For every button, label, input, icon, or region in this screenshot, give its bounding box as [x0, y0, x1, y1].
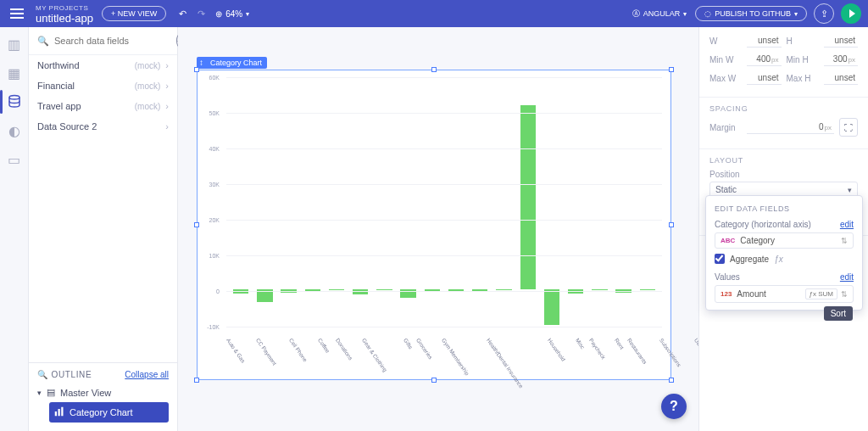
datasource-item[interactable]: Financial(mock)› — [29, 76, 177, 96]
chart-yaxis: 60K50K40K30K20K10K0-10K — [198, 77, 223, 332]
ytick: 50K — [209, 109, 220, 115]
fx-icon: ƒx — [774, 255, 783, 264]
datasource-name: Northwind — [37, 60, 80, 70]
resize-handle[interactable] — [431, 67, 437, 72]
chevron-right-icon: › — [165, 121, 169, 132]
share-icon[interactable]: ⇪ — [814, 3, 834, 24]
sort-icon[interactable]: ⇅ — [841, 237, 848, 245]
datasource-name: Travel app — [37, 101, 81, 111]
datasource-item[interactable]: Travel app(mock)› — [29, 96, 177, 116]
undo-icon[interactable]: ↶ — [173, 4, 192, 23]
assets-icon[interactable]: ▭ — [6, 151, 23, 168]
preview-play-button[interactable] — [841, 3, 861, 24]
bar-slot — [565, 77, 587, 332]
apps-icon[interactable]: ▦ — [6, 64, 23, 81]
minh-input[interactable]: 300 — [824, 53, 859, 66]
publish-label: PUBLISH TO GITHUB — [715, 9, 791, 18]
resize-handle[interactable] — [669, 378, 674, 383]
bar-slot — [613, 77, 635, 332]
edit-values-link[interactable]: edit — [840, 272, 854, 282]
help-button[interactable]: ? — [661, 394, 687, 419]
position-value: Static — [715, 185, 737, 194]
numeric-type-icon: 123 — [721, 290, 732, 298]
maxh-input[interactable]: unset — [824, 71, 859, 85]
resize-handle[interactable] — [194, 67, 199, 72]
bar-slot — [373, 77, 395, 332]
position-label: Position — [709, 170, 858, 179]
tree-master-view[interactable]: ▾ ▤ Master View — [37, 384, 169, 400]
chevron-down-icon: ▾ — [848, 186, 852, 194]
resize-handle[interactable] — [194, 378, 199, 383]
resize-handle[interactable] — [669, 67, 674, 72]
project-title-block[interactable]: MY PROJECTS untitled-app — [36, 3, 93, 24]
ytick: 30K — [209, 181, 220, 187]
edit-category-link[interactable]: edit — [840, 220, 854, 229]
selection-tag[interactable]: Category Chart — [197, 57, 267, 69]
datasource-item[interactable]: Northwind(mock)› — [29, 55, 177, 76]
edit-data-fields-popover: EDIT DATA FIELDS Category (horizontal ax… — [705, 195, 863, 311]
tree-category-chart[interactable]: Category Chart — [49, 402, 169, 423]
bar-slot — [302, 77, 324, 332]
framework-select[interactable]: Ⓐ ANGULAR ▾ — [624, 6, 696, 22]
w-input[interactable]: unset — [747, 34, 782, 48]
datasource-name: Data Source 2 — [37, 121, 97, 132]
tree-label: Category Chart — [70, 407, 133, 417]
zoom-value: 64% — [225, 9, 242, 19]
view-icon: ▤ — [47, 387, 55, 398]
chevron-down-icon: ▾ — [794, 10, 798, 18]
minh-label: Min H — [787, 55, 819, 64]
collapse-all-link[interactable]: Collapse all — [125, 370, 169, 379]
category-field-chip[interactable]: ABC Category ⇅ — [715, 232, 854, 249]
projects-label: MY PROJECTS — [36, 3, 93, 14]
publish-github-button[interactable]: ◌ PUBLISH TO GITHUB ▾ — [695, 6, 807, 21]
layout-title: LAYOUT — [709, 156, 858, 165]
bar-slot — [445, 77, 467, 332]
chevron-right-icon: › — [165, 101, 169, 111]
spacing-section: SPACING Margin 0 ⛶ — [699, 98, 868, 149]
chart-plot-area — [226, 77, 662, 332]
topbar: MY PROJECTS untitled-app + NEW VIEW ↶ ↷ … — [0, 0, 868, 27]
new-view-button[interactable]: + NEW VIEW — [102, 6, 166, 21]
chevron-right-icon: › — [165, 81, 169, 91]
sort-tooltip: Sort — [824, 306, 853, 321]
play-icon — [849, 9, 855, 18]
checkbox-checked-icon — [715, 254, 725, 264]
h-input[interactable]: unset — [824, 34, 859, 48]
bar-slot — [469, 77, 491, 332]
spacing-title: SPACING — [709, 104, 858, 113]
expand-margin-icon[interactable]: ⛶ — [839, 118, 858, 137]
ytick: 20K — [209, 216, 220, 222]
search-input[interactable] — [54, 36, 171, 46]
values-field-chip[interactable]: 123 Amount ƒx SUM ⇅ Sort — [715, 285, 854, 303]
menu-icon[interactable] — [7, 3, 27, 24]
layers-icon[interactable]: ▥ — [6, 36, 23, 53]
bar-slot — [637, 77, 659, 332]
aggregate-toggle[interactable]: Aggregate ƒx — [715, 254, 854, 264]
theme-icon[interactable]: ◐ — [6, 122, 23, 139]
design-canvas[interactable]: Category Chart 60K50K40K30K20K10K0-10K A… — [178, 27, 698, 431]
aggregation-fx-button[interactable]: ƒx SUM — [805, 288, 837, 299]
maxw-input[interactable]: unset — [747, 71, 782, 85]
sort-icon[interactable]: ⇅ — [841, 290, 848, 299]
h-label: H — [787, 36, 819, 46]
minw-input[interactable]: 400 — [747, 53, 782, 66]
category-chart[interactable]: Category Chart 60K50K40K30K20K10K0-10K A… — [197, 70, 671, 380]
zoom-control[interactable]: ⊕ 64% ▾ — [215, 9, 249, 19]
margin-input[interactable]: 0 — [747, 120, 834, 134]
zoom-icon: ⊕ — [215, 9, 222, 19]
chart-bars — [226, 77, 662, 332]
data-icon[interactable] — [6, 93, 23, 110]
mock-badge: (mock) — [135, 81, 161, 91]
svg-rect-3 — [61, 407, 63, 417]
values-label: Values — [715, 272, 740, 282]
datasource-item[interactable]: Data Source 2› — [29, 116, 177, 137]
bar — [544, 289, 559, 325]
size-section: W unset H unset Min W 400 Min H 300 Max … — [699, 27, 868, 98]
resize-handle[interactable] — [669, 222, 674, 227]
bar-slot — [588, 77, 610, 332]
popover-title: EDIT DATA FIELDS — [715, 204, 854, 213]
ytick: 0 — [216, 288, 220, 294]
angular-icon: Ⓐ — [632, 8, 640, 20]
redo-icon[interactable]: ↷ — [192, 4, 210, 23]
bar-slot — [421, 77, 443, 332]
